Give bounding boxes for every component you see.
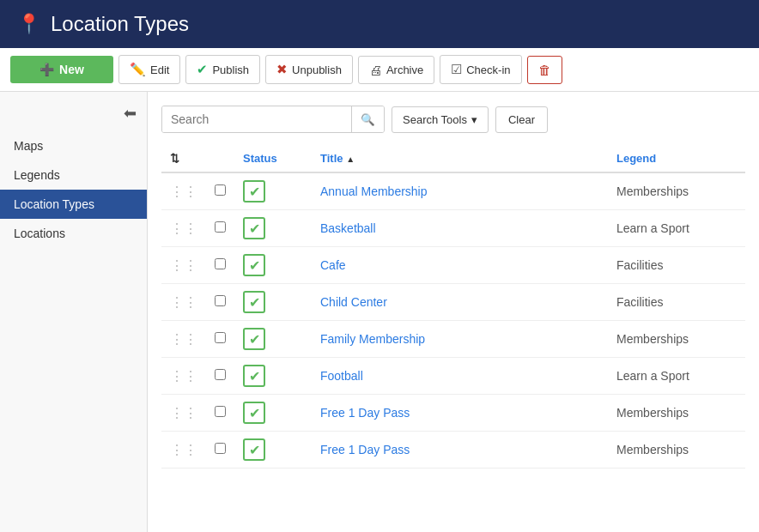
title-link[interactable]: Child Center — [320, 295, 387, 309]
status-check-icon[interactable]: ✔ — [243, 328, 265, 350]
title-link[interactable]: Football — [320, 369, 363, 383]
checkbox-cell — [206, 210, 234, 247]
drag-handle-cell: ⋮⋮ — [161, 172, 206, 210]
sidebar-back: ⬅ — [0, 100, 147, 131]
col-legend-header[interactable]: Legend — [608, 145, 745, 172]
legend-value: Learn a Sport — [616, 369, 689, 383]
col-status-header[interactable]: Status — [234, 145, 312, 172]
drag-handle-cell: ⋮⋮ — [161, 210, 206, 247]
legend-value: Facilities — [616, 258, 663, 272]
edit-icon: ✏️ — [130, 62, 146, 77]
legend-cell: Learn a Sport — [608, 210, 745, 247]
drag-handle-icon[interactable]: ⋮⋮ — [170, 295, 197, 310]
sidebar-item-legends[interactable]: Legends — [0, 160, 147, 190]
title-cell: Family Membership — [312, 321, 608, 358]
table-row: ⋮⋮ ✔ Annual Membership Memberships — [161, 172, 745, 210]
title-link[interactable]: Annual Membership — [320, 184, 428, 198]
drag-handle-cell: ⋮⋮ — [161, 395, 206, 432]
drag-handle-icon[interactable]: ⋮⋮ — [170, 443, 197, 457]
title-link[interactable]: Free 1 Day Pass — [320, 406, 410, 420]
publish-button[interactable]: ✔ Publish — [185, 55, 260, 84]
table-row: ⋮⋮ ✔ Basketball Learn a Sport — [161, 210, 745, 247]
sidebar-item-locations[interactable]: Locations — [0, 219, 147, 248]
delete-button[interactable]: 🗑 — [527, 56, 562, 84]
drag-handle-cell: ⋮⋮ — [161, 284, 206, 321]
status-check-icon[interactable]: ✔ — [243, 402, 265, 424]
row-checkbox[interactable] — [215, 332, 226, 343]
status-cell: ✔ — [234, 247, 312, 284]
table-row: ⋮⋮ ✔ Free 1 Day Pass Memberships — [161, 432, 745, 469]
status-check-icon[interactable]: ✔ — [243, 180, 265, 203]
status-check-icon[interactable]: ✔ — [243, 254, 265, 276]
legend-value: Learn a Sport — [616, 221, 689, 235]
title-link[interactable]: Cafe — [320, 258, 346, 272]
checkbox-cell — [206, 432, 234, 469]
checkbox-cell — [206, 172, 234, 210]
status-check-icon[interactable]: ✔ — [243, 438, 265, 461]
legend-cell: Memberships — [608, 172, 745, 210]
sidebar-item-location-types[interactable]: Location Types — [0, 190, 147, 219]
status-check-icon[interactable]: ✔ — [243, 291, 265, 313]
table-header-row: ⇅ Status Title ▲ Legend — [161, 145, 745, 172]
drag-handle-cell: ⋮⋮ — [161, 321, 206, 358]
legend-cell: Memberships — [608, 395, 745, 432]
back-button[interactable]: ⬅ — [124, 104, 137, 123]
title-link[interactable]: Basketball — [320, 221, 376, 235]
drag-handle-icon[interactable]: ⋮⋮ — [170, 221, 197, 236]
title-link[interactable]: Family Membership — [320, 332, 425, 346]
col-order-header[interactable]: ⇅ — [161, 145, 206, 172]
row-checkbox[interactable] — [215, 406, 226, 417]
title-cell: Free 1 Day Pass — [312, 432, 608, 469]
sidebar: ⬅ Maps Legends Location Types Locations — [0, 92, 148, 532]
sidebar-item-maps[interactable]: Maps — [0, 131, 147, 160]
drag-handle-cell: ⋮⋮ — [161, 247, 206, 284]
search-bar: 🔍 Search Tools ▾ Clear — [161, 106, 745, 133]
search-submit-button[interactable]: 🔍 — [351, 106, 384, 132]
drag-handle-icon[interactable]: ⋮⋮ — [170, 184, 197, 199]
legend-cell: Learn a Sport — [608, 358, 745, 395]
legend-cell: Memberships — [608, 321, 745, 358]
archive-button[interactable]: 🖨 Archive — [358, 56, 434, 84]
status-cell: ✔ — [234, 432, 312, 469]
status-cell: ✔ — [234, 321, 312, 358]
toolbar: ➕ New ✏️ Edit ✔ Publish ✖ Unpublish 🖨 Ar… — [0, 48, 759, 92]
row-checkbox[interactable] — [215, 258, 226, 269]
unpublish-button[interactable]: ✖ Unpublish — [265, 55, 353, 84]
checkin-icon: ☑ — [451, 62, 462, 77]
title-cell: Basketball — [312, 210, 608, 247]
search-input-wrap: 🔍 — [161, 106, 385, 133]
row-checkbox[interactable] — [215, 221, 226, 233]
new-button[interactable]: ➕ New — [10, 56, 113, 83]
col-checkbox-header — [206, 145, 234, 172]
archive-icon: 🖨 — [369, 63, 382, 77]
trash-icon: 🗑 — [538, 63, 551, 77]
status-check-icon[interactable]: ✔ — [243, 365, 265, 387]
title-link[interactable]: Free 1 Day Pass — [320, 443, 410, 456]
row-checkbox[interactable] — [215, 443, 226, 454]
legend-value: Memberships — [616, 184, 689, 198]
legend-cell: Facilities — [608, 247, 745, 284]
unpublish-icon: ✖ — [276, 62, 288, 77]
drag-handle-icon[interactable]: ⋮⋮ — [170, 406, 197, 420]
content-area: 🔍 Search Tools ▾ Clear ⇅ Status Title — [148, 92, 759, 532]
row-checkbox[interactable] — [215, 295, 226, 306]
row-checkbox[interactable] — [215, 369, 226, 380]
search-input[interactable] — [162, 106, 351, 132]
edit-button[interactable]: ✏️ Edit — [118, 55, 180, 84]
row-checkbox[interactable] — [215, 184, 226, 196]
publish-icon: ✔ — [197, 62, 208, 77]
drag-handle-icon[interactable]: ⋮⋮ — [170, 332, 197, 347]
clear-button[interactable]: Clear — [495, 106, 548, 133]
status-check-icon[interactable]: ✔ — [243, 217, 265, 239]
data-table: ⇅ Status Title ▲ Legend ⋮⋮ ✔ — [161, 145, 745, 469]
search-tools-button[interactable]: Search Tools ▾ — [392, 106, 489, 133]
drag-handle-icon[interactable]: ⋮⋮ — [170, 369, 197, 384]
checkin-button[interactable]: ☑ Check-in — [440, 55, 521, 84]
status-cell: ✔ — [234, 210, 312, 247]
table-row: ⋮⋮ ✔ Cafe Facilities — [161, 247, 745, 284]
title-cell: Free 1 Day Pass — [312, 395, 608, 432]
checkbox-cell — [206, 395, 234, 432]
main-layout: ⬅ Maps Legends Location Types Locations … — [0, 92, 759, 532]
drag-handle-icon[interactable]: ⋮⋮ — [170, 258, 197, 273]
col-title-header[interactable]: Title ▲ — [312, 145, 608, 172]
